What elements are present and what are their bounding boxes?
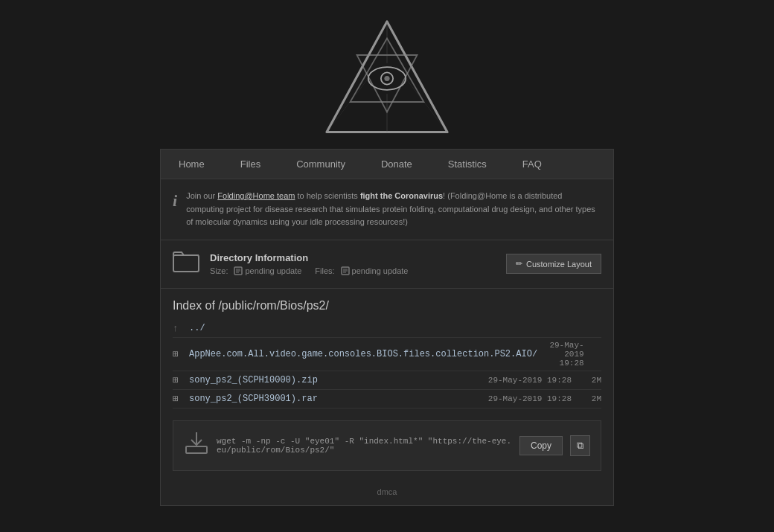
directory-info-title: Directory Information: [210, 252, 496, 263]
table-row: ↑ ../: [173, 320, 601, 338]
logo-area: [0, 0, 774, 149]
svg-rect-10: [173, 255, 199, 272]
table-row: ⊞ AppNee.com.All.video.game.consoles.BIO…: [173, 338, 601, 371]
svg-line-8: [327, 79, 368, 132]
size-label: Size:: [210, 266, 228, 275]
svg-point-5: [384, 76, 389, 81]
nav-item-statistics[interactable]: Statistics: [430, 150, 505, 179]
nav-bar: Home Files Community Donate Statistics F…: [161, 150, 613, 179]
file-size-2: 2M: [579, 376, 601, 385]
main-container: Home Files Community Donate Statistics F…: [160, 149, 614, 506]
dmca-link[interactable]: dmca: [377, 487, 397, 496]
file-link-1[interactable]: AppNee.com.All.video.game.consoles.BIOS.…: [189, 349, 537, 359]
parent-dir-name[interactable]: ../: [189, 323, 467, 333]
info-mid1: to help scientists: [295, 191, 359, 200]
file-icon-2: ⊞: [173, 374, 189, 386]
customize-label: Customize Layout: [526, 260, 592, 269]
index-title: Index of /public/rom/Bios/ps2/: [173, 299, 601, 313]
info-icon: i: [173, 191, 177, 211]
nav-item-donate[interactable]: Donate: [363, 150, 430, 179]
nav-item-home[interactable]: Home: [161, 150, 223, 179]
footer: dmca: [161, 478, 613, 505]
nav-item-files[interactable]: Files: [223, 150, 278, 179]
folder-icon: [173, 249, 199, 279]
files-label: Files:: [315, 266, 334, 275]
nav-item-faq[interactable]: FAQ: [505, 150, 560, 179]
svg-rect-19: [186, 446, 207, 453]
files-value: pending update: [352, 266, 409, 275]
parent-dir-link[interactable]: ../: [189, 323, 205, 333]
file-list: ↑ ../ ⊞ AppNee.com.All.video.game.consol…: [173, 320, 601, 408]
dir-icon-1: ⊞: [173, 348, 189, 360]
pencil-icon: ✏: [516, 259, 522, 269]
nav-item-community[interactable]: Community: [278, 150, 363, 179]
pending-icon-files: [341, 266, 350, 275]
fight-coronavirus: fight the Coronavirus: [360, 191, 443, 200]
index-section: Index of /public/rom/Bios/ps2/ ↑ ../ ⊞ A…: [161, 289, 613, 413]
wget-command: wget -m -np -c -U "eye01" -R "index.html…: [217, 437, 512, 455]
size-pending: pending update: [234, 266, 301, 275]
directory-info-box: Directory Information Size: pending upda…: [161, 240, 613, 289]
wget-box: wget -m -np -c -U "eye01" -R "index.html…: [173, 420, 601, 471]
copy-icon-button[interactable]: ⧉: [570, 435, 590, 456]
parent-dir-icon: ↑: [173, 323, 189, 334]
directory-info-content: Directory Information Size: pending upda…: [210, 252, 496, 275]
site-logo: [320, 15, 454, 149]
file-link-2[interactable]: sony_ps2_(SCPH10000).zip: [189, 375, 318, 385]
info-text: Join our Folding@Home team to help scien…: [186, 190, 601, 229]
customize-layout-button[interactable]: ✏ Customize Layout: [506, 254, 601, 274]
file-date-1: 29-May-2019 19:28: [537, 341, 592, 368]
file-name-1[interactable]: AppNee.com.All.video.game.consoles.BIOS.…: [189, 349, 537, 359]
pending-icon-size: [234, 266, 243, 275]
index-title-text: Index of /public/rom/Bios/ps2/: [173, 299, 329, 312]
copy-button[interactable]: Copy: [519, 436, 563, 455]
file-icon-3: ⊞: [173, 393, 189, 405]
file-name-3[interactable]: sony_ps2_(SCPH39001).rar: [189, 394, 467, 404]
file-name-2[interactable]: sony_ps2_(SCPH10000).zip: [189, 375, 467, 385]
foldinghome-link[interactable]: Folding@Home team: [217, 191, 295, 200]
file-date-3: 29-May-2019 19:28: [467, 394, 579, 403]
table-row: ⊞ sony_ps2_(SCPH10000).zip 29-May-2019 1…: [173, 371, 601, 390]
table-row: ⊞ sony_ps2_(SCPH39001).rar 29-May-2019 1…: [173, 390, 601, 408]
files-pending: pending update: [341, 266, 409, 275]
info-box: i Join our Folding@Home team to help sci…: [161, 179, 613, 240]
info-prefix: Join our: [186, 191, 217, 200]
file-link-3[interactable]: sony_ps2_(SCPH39001).rar: [189, 394, 318, 404]
size-value: pending update: [245, 266, 301, 275]
file-size-3: 2M: [579, 394, 601, 403]
file-date-2: 29-May-2019 19:28: [467, 376, 579, 385]
download-icon: [184, 430, 209, 461]
directory-info-meta: Size: pending update Files: pending upda…: [210, 266, 496, 275]
download-svg: [184, 430, 209, 455]
svg-line-9: [406, 79, 447, 132]
